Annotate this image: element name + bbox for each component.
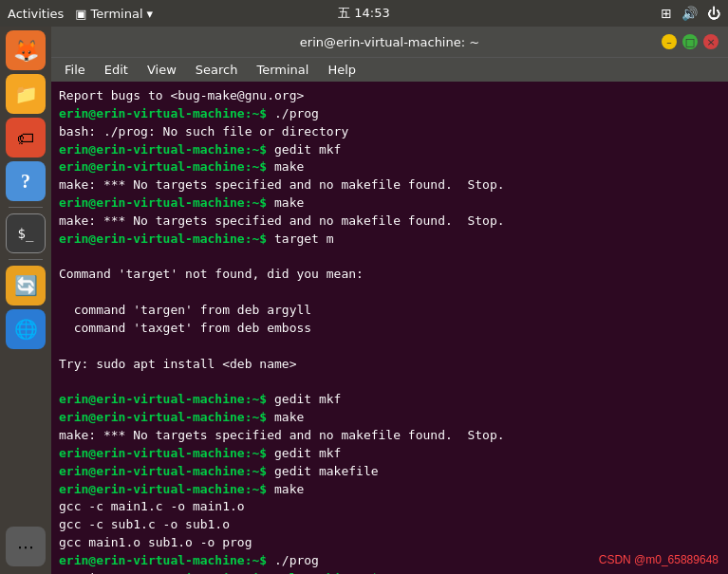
terminal-output[interactable]: Report bugs to <bug-make@gnu.org>erin@er… [51, 82, 728, 574]
terminal-prompt: erin@erin-virtual-machine:~$ [59, 482, 274, 496]
terminal-line: Command 'target' not found, did you mean… [59, 266, 720, 284]
system-datetime: 五 14:53 [338, 5, 390, 22]
terminal-prompt: erin@erin-virtual-machine:~$ [59, 446, 274, 460]
main-layout: 🦊 📁 🏷 ? $_ 🔄 🌐 ⋯ erin@erin-virtual-machi… [0, 27, 728, 574]
terminal-line [59, 374, 720, 392]
title-bar: erin@erin-virtual-machine: ~ – □ × [51, 27, 728, 57]
terminal-command: gedit mkf [274, 392, 341, 406]
terminal-line: Try: sudo apt install <deb name> [59, 356, 720, 374]
menu-edit[interactable]: Edit [97, 61, 136, 79]
sidebar: 🦊 📁 🏷 ? $_ 🔄 🌐 ⋯ [0, 27, 51, 574]
terminal-prompt: erin@erin-virtual-machine:~$ [59, 106, 274, 120]
sidebar-icon-firefox[interactable]: 🦊 [6, 30, 46, 70]
terminal-command: gedit mkf [274, 446, 341, 460]
terminal-prompt: erin@erin-virtual-machine:~$ [59, 195, 274, 210]
terminal-line: make: *** No targets specified and no ma… [59, 176, 720, 194]
terminal-line [59, 338, 720, 356]
menu-terminal[interactable]: Terminal [249, 61, 316, 79]
sidebar-icon-apps[interactable]: ⋯ [6, 527, 46, 566]
terminal-prompt: erin@erin-virtual-machine:~$ [59, 231, 274, 246]
terminal-line: sum is:6.000000erin@erin-virtual-machine… [59, 570, 720, 574]
terminal-line: gcc main1.o sub1.o -o prog [59, 534, 720, 552]
menu-bar: File Edit View Search Terminal Help [51, 57, 728, 82]
activities-button[interactable]: Activities [8, 7, 64, 21]
watermark: CSDN @m0_65889648 [599, 553, 719, 566]
terminal-line: command 'targen' from deb argyll [59, 302, 720, 320]
sidebar-icon-terminal[interactable]: $_ [6, 213, 46, 253]
terminal-dropdown-arrow: ▾ [147, 7, 154, 21]
terminal-line: Report bugs to <bug-make@gnu.org> [59, 87, 720, 105]
menu-view[interactable]: View [140, 61, 184, 79]
window-title: erin@erin-virtual-machine: ~ [300, 35, 479, 49]
terminal-command: gedit makefile [274, 464, 379, 478]
sidebar-icon-files[interactable]: 📁 [6, 74, 46, 114]
sidebar-divider-2 [9, 259, 43, 260]
terminal-command: make [274, 482, 304, 496]
minimize-button[interactable]: – [662, 34, 677, 49]
terminal-command: target m [274, 231, 334, 246]
menu-search[interactable]: Search [188, 61, 246, 79]
terminal-line: erin@erin-virtual-machine:~$ make [59, 194, 720, 213]
terminal-line: bash: ./prog: No such file or directory [59, 123, 720, 141]
terminal-taskbar-label: Terminal [91, 7, 143, 21]
terminal-line: erin@erin-virtual-machine:~$ make [59, 409, 720, 427]
terminal-prompt: erin@erin-virtual-machine:~$ [59, 392, 274, 406]
terminal-line: gcc -c main1.c -o main1.o [59, 498, 720, 516]
terminal-line [59, 249, 720, 267]
terminal-line: erin@erin-virtual-machine:~$ make [59, 481, 720, 499]
terminal-command: gedit mkf [274, 142, 341, 157]
sidebar-icon-help[interactable]: ? [6, 161, 46, 201]
terminal-line: erin@erin-virtual-machine:~$ target m [59, 231, 720, 249]
terminal-prompt: erin@erin-virtual-machine:~$ [59, 553, 274, 567]
terminal-line: erin@erin-virtual-machine:~$ gedit mkf [59, 391, 720, 409]
system-bar-left: Activities ▣ Terminal ▾ [8, 7, 153, 21]
terminal-line: erin@erin-virtual-machine:~$ gedit makef… [59, 463, 720, 481]
terminal-command: make [274, 195, 304, 210]
maximize-button[interactable]: □ [682, 34, 698, 49]
terminal-command: ./prog [274, 106, 319, 120]
power-icon: ⏻ [707, 6, 720, 21]
sidebar-icon-browser[interactable]: 🌐 [6, 309, 46, 349]
terminal-line: erin@erin-virtual-machine:~$ gedit mkf [59, 445, 720, 463]
terminal-command: ./prog [274, 553, 319, 567]
terminal-window: erin@erin-virtual-machine: ~ – □ × File … [51, 27, 728, 574]
sidebar-icon-software[interactable]: 🏷 [6, 118, 46, 157]
terminal-line: gcc -c sub1.c -o sub1.o [59, 516, 720, 534]
window-controls: – □ × [662, 34, 719, 49]
menu-file[interactable]: File [57, 61, 93, 79]
terminal-line: erin@erin-virtual-machine:~$ ./prog [59, 105, 720, 123]
terminal-command: make [274, 410, 304, 424]
terminal-line [59, 284, 720, 302]
terminal-taskbar[interactable]: ▣ Terminal ▾ [75, 7, 153, 21]
terminal-prompt: erin@erin-virtual-machine:~$ [59, 464, 274, 478]
network-icon: ⊞ [661, 6, 672, 21]
sidebar-icon-update[interactable]: 🔄 [6, 266, 46, 306]
terminal-line: erin@erin-virtual-machine:~$ gedit mkf [59, 141, 720, 159]
terminal-prompt: erin@erin-virtual-machine:~$ [59, 142, 274, 157]
terminal-line: make: *** No targets specified and no ma… [59, 427, 720, 445]
menu-help[interactable]: Help [320, 61, 364, 79]
terminal-line: make: *** No targets specified and no ma… [59, 213, 720, 231]
terminal-line: erin@erin-virtual-machine:~$ make [59, 158, 720, 176]
terminal-icon: ▣ [75, 7, 86, 21]
volume-icon: 🔊 [681, 6, 698, 21]
terminal-prompt: erin@erin-virtual-machine:~$ [59, 410, 274, 424]
terminal-prompt: erin@erin-virtual-machine:~$ [59, 159, 274, 174]
terminal-command: make [274, 159, 304, 174]
close-button[interactable]: × [703, 34, 719, 49]
system-tray: ⊞ 🔊 ⏻ [661, 6, 720, 21]
sidebar-divider [9, 207, 43, 208]
system-bar: Activities ▣ Terminal ▾ 五 14:53 ⊞ 🔊 ⏻ [0, 0, 728, 27]
terminal-line: command 'taxget' from deb emboss [59, 320, 720, 338]
